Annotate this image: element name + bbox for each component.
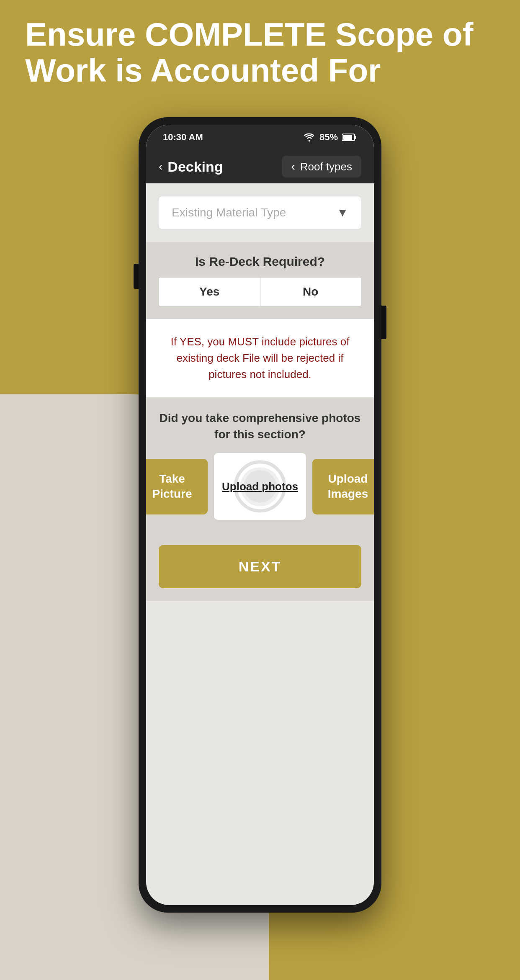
side-button-right (381, 306, 386, 339)
wifi-icon (304, 133, 315, 141)
svg-rect-1 (355, 136, 356, 139)
nav-title: Decking (167, 159, 223, 175)
battery-icon (342, 133, 357, 141)
dropdown-placeholder: Existing Material Type (172, 206, 286, 219)
phone-screen: 10:30 AM 85% ‹ Decking (146, 125, 374, 905)
status-time: 10:30 AM (163, 132, 203, 143)
yes-button[interactable]: Yes (159, 277, 260, 306)
status-bar: 10:30 AM 85% (146, 125, 374, 150)
nav-right-label: Roof types (300, 160, 352, 173)
dropdown-arrow-icon: ▼ (337, 206, 348, 219)
content-area: Existing Material Type ▼ (146, 183, 374, 242)
existing-material-dropdown[interactable]: Existing Material Type ▼ (159, 196, 361, 229)
redeck-section: Is Re-Deck Required? Yes No (146, 242, 374, 319)
nav-bar: ‹ Decking ‹ Roof types (146, 150, 374, 183)
yes-no-buttons: Yes No (159, 277, 361, 306)
phone-device: 10:30 AM 85% ‹ Decking (139, 117, 381, 913)
next-section: NEXT (146, 532, 374, 601)
warning-text: If YES, you MUST include pictures of exi… (159, 334, 361, 383)
header-title: Ensure COMPLETE Scope of Work is Account… (25, 17, 495, 89)
nav-right-back-icon: ‹ (291, 160, 295, 173)
photo-section: Did you take comprehensive photos for th… (146, 397, 374, 532)
back-icon[interactable]: ‹ (159, 160, 162, 173)
nav-roof-types-button[interactable]: ‹ Roof types (282, 156, 361, 177)
status-icons: 85% (304, 132, 357, 143)
warning-section: If YES, you MUST include pictures of exi… (146, 319, 374, 397)
nav-left[interactable]: ‹ Decking (159, 159, 223, 175)
next-button[interactable]: NEXT (159, 545, 361, 588)
upload-photos-button[interactable]: Upload photos (214, 453, 306, 520)
svg-rect-2 (343, 135, 352, 140)
side-button-left (134, 264, 139, 289)
upload-images-button[interactable]: Upload Images (312, 459, 374, 514)
take-picture-button[interactable]: Take Picture (146, 459, 208, 514)
upload-photos-label: Upload photos (222, 480, 298, 493)
photo-question: Did you take comprehensive photos for th… (159, 410, 361, 442)
battery-text: 85% (319, 132, 338, 143)
redeck-question: Is Re-Deck Required? (159, 255, 361, 269)
photo-buttons-row: Take Picture (159, 453, 361, 520)
no-button[interactable]: No (260, 277, 362, 306)
